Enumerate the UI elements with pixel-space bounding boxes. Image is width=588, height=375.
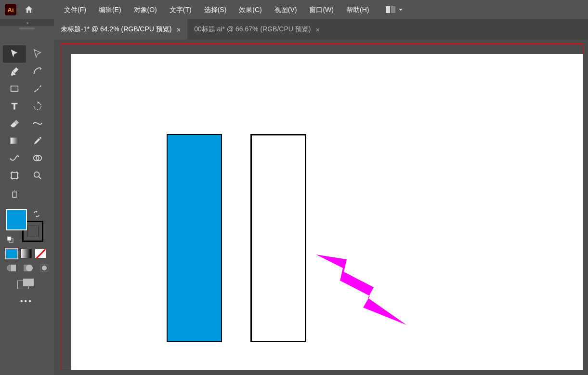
tool-artboard[interactable] xyxy=(3,167,26,184)
menu-help[interactable]: 帮助(H) xyxy=(340,0,375,19)
svg-point-9 xyxy=(34,172,39,177)
shape-rect-blue[interactable] xyxy=(167,134,222,342)
close-icon[interactable]: × xyxy=(176,26,181,34)
tool-eraser[interactable] xyxy=(3,115,26,132)
swap-fill-stroke-icon[interactable] xyxy=(33,210,40,219)
shape-rect-white[interactable] xyxy=(250,134,306,342)
document-tabstrip: 未标题-1* @ 64.2% (RGB/CPU 预览) × 00标题.ai* @… xyxy=(54,19,588,40)
app-logo: Ai xyxy=(5,4,16,15)
tool-shape-builder[interactable] xyxy=(26,149,49,167)
tool-eyedropper[interactable] xyxy=(26,132,49,149)
tool-selection[interactable] xyxy=(3,45,26,63)
tab-0[interactable]: 未标题-1* @ 64.2% (RGB/CPU 预览) × xyxy=(54,19,187,40)
tab-label: 00标题.ai* @ 66.67% (RGB/CPU 预览) xyxy=(194,25,311,34)
chevron-down-icon xyxy=(398,7,403,12)
svg-point-1 xyxy=(33,123,34,124)
collapse-handle[interactable]: ‹‹ xyxy=(0,19,54,26)
svg-rect-0 xyxy=(11,86,18,92)
menu-select[interactable]: 选择(S) xyxy=(198,0,233,19)
svg-point-5 xyxy=(18,156,19,157)
fill-stroke-swatch[interactable] xyxy=(6,209,44,246)
home-icon[interactable] xyxy=(23,4,35,15)
svg-marker-19 xyxy=(316,254,406,325)
tool-blend[interactable] xyxy=(3,149,26,167)
tool-symbol-sprayer[interactable] xyxy=(3,185,26,202)
tool-direct-selection[interactable] xyxy=(26,45,49,63)
draw-inside-icon[interactable] xyxy=(39,263,50,273)
menu-bar: Ai 文件(F) 编辑(E) 对象(O) 文字(T) 选择(S) 效果(C) 视… xyxy=(0,0,588,19)
left-panel: ‹‹ xyxy=(0,19,54,375)
color-mode-solid[interactable] xyxy=(6,249,17,258)
tool-rectangle[interactable] xyxy=(3,80,26,97)
svg-rect-3 xyxy=(11,138,19,144)
tool-gradient[interactable] xyxy=(3,132,26,149)
svg-point-18 xyxy=(42,266,47,270)
svg-rect-8 xyxy=(12,173,18,179)
workspace-icon xyxy=(386,6,395,13)
tool-rotate[interactable] xyxy=(26,97,49,115)
annotation-arrow-icon xyxy=(316,252,412,329)
tool-pen[interactable] xyxy=(3,63,26,80)
screen-mode-icon[interactable] xyxy=(17,279,37,290)
menu-window[interactable]: 窗口(W) xyxy=(303,0,340,19)
draw-behind-icon[interactable] xyxy=(22,263,34,273)
svg-rect-14 xyxy=(11,265,16,271)
color-mode-none[interactable] xyxy=(35,249,46,258)
draw-normal-icon[interactable] xyxy=(6,263,17,273)
svg-rect-10 xyxy=(13,192,16,197)
svg-point-2 xyxy=(41,123,42,124)
menu-items: 文件(F) 编辑(E) 对象(O) 文字(T) 选择(S) 效果(C) 视图(V… xyxy=(58,0,375,19)
svg-point-4 xyxy=(10,158,11,160)
draw-mode-row xyxy=(6,263,51,273)
default-fill-stroke-icon[interactable] xyxy=(7,236,13,244)
menu-object[interactable]: 对象(O) xyxy=(128,0,163,19)
tab-1[interactable]: 00标题.ai* @ 66.67% (RGB/CPU 预览) × xyxy=(187,19,327,40)
close-icon[interactable]: × xyxy=(315,26,320,34)
tool-curvature[interactable] xyxy=(26,63,49,80)
menu-effect[interactable]: 效果(C) xyxy=(233,0,268,19)
color-mode-gradient[interactable] xyxy=(20,249,32,258)
artboard[interactable] xyxy=(71,54,583,370)
color-mode-row xyxy=(6,249,51,258)
tab-label: 未标题-1* @ 64.2% (RGB/CPU 预览) xyxy=(61,25,171,34)
canvas-area[interactable] xyxy=(54,40,588,375)
edit-toolbar-icon[interactable]: ••• xyxy=(20,297,51,306)
fill-swatch[interactable] xyxy=(6,209,27,230)
menu-edit[interactable]: 编辑(E) xyxy=(92,0,128,19)
tool-paintbrush[interactable] xyxy=(26,80,49,97)
menu-file[interactable]: 文件(F) xyxy=(58,0,92,19)
tool-width[interactable] xyxy=(26,115,49,132)
menu-view[interactable]: 视图(V) xyxy=(268,0,303,19)
menu-type[interactable]: 文字(T) xyxy=(163,0,198,19)
tool-zoom[interactable] xyxy=(26,167,49,184)
svg-point-16 xyxy=(26,265,33,271)
toolbox: ••• xyxy=(3,45,51,306)
workspace-switcher[interactable] xyxy=(386,6,403,13)
tool-type[interactable] xyxy=(3,97,26,115)
